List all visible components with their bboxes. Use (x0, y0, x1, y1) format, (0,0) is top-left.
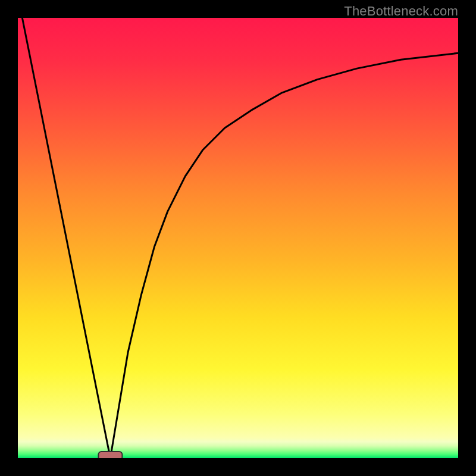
background-gradient (18, 18, 458, 458)
chart-frame: TheBottleneck.com (0, 0, 476, 476)
watermark-text: TheBottleneck.com (344, 4, 458, 19)
svg-rect-0 (18, 18, 458, 458)
plot-area (18, 18, 458, 458)
